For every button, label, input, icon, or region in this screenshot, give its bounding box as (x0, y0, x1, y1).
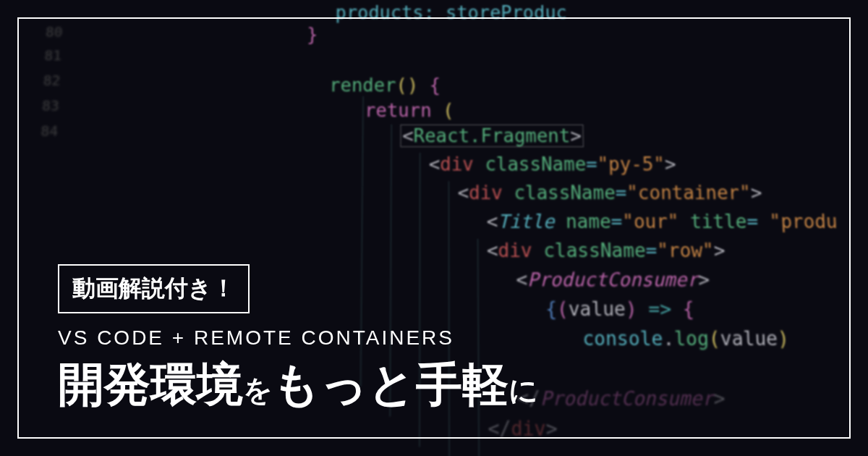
headline-part1: 開発環境 (58, 358, 243, 410)
subtitle-text: VS CODE + REMOTE CONTAINERS (58, 326, 538, 350)
headline-text: 開発環境をもっと手軽に (58, 357, 538, 413)
badge-label: 動画解説付き！ (58, 264, 250, 313)
headline-particle: を (243, 374, 273, 406)
headline-part2: もっと手軽 (273, 358, 509, 410)
code-line: products: storeProduc (335, 0, 567, 26)
title-overlay: 動画解説付き！ VS CODE + REMOTE CONTAINERS 開発環境… (58, 264, 538, 413)
headline-particle: に (509, 374, 538, 406)
